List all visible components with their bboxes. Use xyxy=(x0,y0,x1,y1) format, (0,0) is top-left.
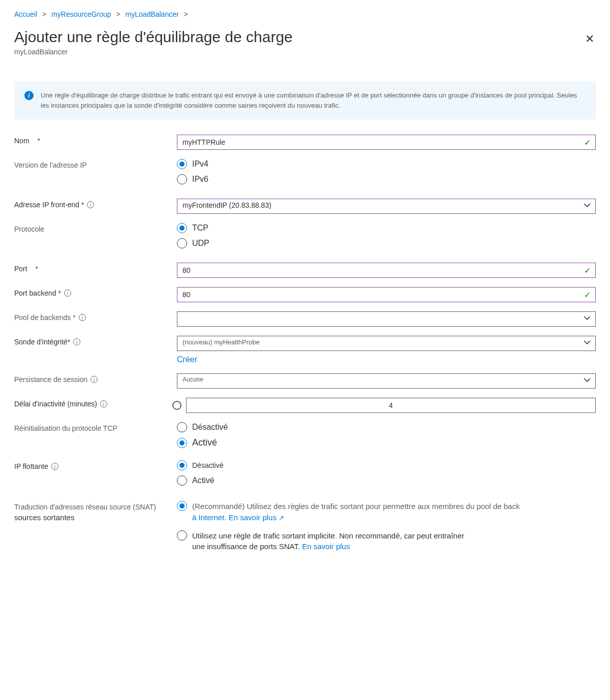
slider-thumb[interactable] xyxy=(172,401,181,410)
backend-port-input[interactable] xyxy=(177,287,596,302)
required-icon: * xyxy=(36,265,38,273)
radio-icon xyxy=(177,174,187,184)
radio-label: UDP xyxy=(192,239,209,248)
radio-label: TCP xyxy=(192,224,208,233)
snat-learn-more-link[interactable]: En savoir plus xyxy=(302,542,350,551)
info-tooltip-icon[interactable]: i xyxy=(87,201,94,208)
radio-ipv6[interactable]: IPv6 xyxy=(177,174,596,184)
radio-snat-implicit[interactable]: Utilisez une règle de trafic sortant imp… xyxy=(177,530,596,553)
backend-pool-select[interactable] xyxy=(177,311,596,327)
radio-ipv4[interactable]: IPv4 xyxy=(177,159,596,169)
breadcrumb-resource-group[interactable]: myResourceGroup xyxy=(51,10,111,18)
page-title: Ajouter une règle d'équilibrage de charg… xyxy=(14,28,293,46)
session-persistence-select[interactable]: Aucune xyxy=(177,373,596,389)
label-name: Nom * xyxy=(14,135,177,145)
breadcrumb-sep-icon: > xyxy=(184,10,188,18)
create-probe-link[interactable]: Créer xyxy=(177,355,197,364)
snat-learn-more-link[interactable]: à Internet. En savoir plus xyxy=(192,513,277,522)
name-input[interactable] xyxy=(177,135,596,150)
radio-label: Désactivé xyxy=(192,461,223,469)
info-tooltip-icon[interactable]: i xyxy=(73,338,80,345)
info-tooltip-icon[interactable]: i xyxy=(64,290,71,297)
health-probe-select[interactable]: (nouveau) myHealthProbe xyxy=(177,336,596,351)
radio-tcp-reset-disabled[interactable]: Désactivé xyxy=(177,422,596,432)
label-backend-port: Port backend * i xyxy=(14,287,177,297)
info-banner: i Une règle d'équilibrage de charge dist… xyxy=(14,81,596,119)
page-subtitle: myLoadBalancer xyxy=(14,48,293,56)
port-input[interactable] xyxy=(177,263,596,278)
check-icon: ✓ xyxy=(584,138,591,147)
radio-icon xyxy=(177,530,187,540)
check-icon: ✓ xyxy=(584,290,591,300)
radio-icon xyxy=(177,438,187,448)
info-icon: i xyxy=(24,91,34,100)
info-tooltip-icon[interactable]: i xyxy=(79,314,86,321)
snat-text: (Recommandé) Utilisez des règles de traf… xyxy=(192,502,520,511)
radio-label: Activé xyxy=(192,476,215,485)
radio-label: IPv6 xyxy=(192,175,208,184)
radio-udp[interactable]: UDP xyxy=(177,238,596,248)
close-button[interactable]: ✕ xyxy=(584,33,596,46)
label-idle-timeout: Délai d'inactivité (minutes) i xyxy=(14,398,177,408)
label-floating-ip: IP flottante i xyxy=(14,460,177,470)
radio-icon xyxy=(177,159,187,169)
label-port: Port * xyxy=(14,263,177,273)
check-icon: ✓ xyxy=(584,266,591,275)
radio-icon xyxy=(177,475,187,486)
radio-tcp-reset-enabled[interactable]: Activé xyxy=(177,437,596,448)
radio-floating-enabled[interactable]: Activé xyxy=(177,475,596,486)
label-frontend-ip: Adresse IP front-end * i xyxy=(14,199,177,209)
required-icon: * xyxy=(37,137,40,145)
radio-icon xyxy=(177,223,187,233)
breadcrumb: Accueil > myResourceGroup > myLoadBalanc… xyxy=(14,10,596,18)
breadcrumb-home[interactable]: Accueil xyxy=(14,10,37,18)
radio-label: Désactivé xyxy=(192,423,228,432)
idle-timeout-input[interactable] xyxy=(186,398,596,413)
label-session-persistence: Persistance de session i xyxy=(14,373,177,384)
snat-text: Utilisez une règle de trafic sortant imp… xyxy=(192,531,464,540)
radio-icon xyxy=(177,460,187,470)
frontend-ip-select[interactable]: myFrontendIP (20.83.88.83) xyxy=(177,199,596,214)
external-link-icon: ↗ xyxy=(279,514,284,522)
radio-label: Activé xyxy=(192,437,217,448)
breadcrumb-sep-icon: > xyxy=(42,10,46,18)
radio-icon xyxy=(177,501,187,511)
radio-tcp[interactable]: TCP xyxy=(177,223,596,233)
snat-text: une insuffisance de ports SNAT. En savoi… xyxy=(192,542,350,551)
radio-icon xyxy=(177,422,187,432)
label-snat: Traduction d'adresses réseau source (SNA… xyxy=(14,501,177,522)
close-icon: ✕ xyxy=(585,33,594,45)
info-tooltip-icon[interactable]: i xyxy=(100,400,107,407)
radio-icon xyxy=(177,238,187,248)
label-protocol: Protocole xyxy=(14,223,177,233)
label-ip-version: Version de l'adresse IP xyxy=(14,159,177,169)
info-tooltip-icon[interactable]: i xyxy=(51,463,58,470)
breadcrumb-load-balancer[interactable]: myLoadBalancer xyxy=(126,10,179,18)
radio-label: IPv4 xyxy=(192,160,208,169)
radio-snat-recommended[interactable]: (Recommandé) Utilisez des règles de traf… xyxy=(177,501,596,523)
breadcrumb-sep-icon: > xyxy=(116,10,120,18)
label-backend-pool: Pool de backends * i xyxy=(14,311,177,322)
radio-floating-disabled[interactable]: Désactivé xyxy=(177,460,596,470)
info-tooltip-icon[interactable]: i xyxy=(90,376,98,383)
label-tcp-reset: Réinitialisation du protocole TCP xyxy=(14,422,177,432)
info-text: Une règle d'équilibrage de charge distri… xyxy=(41,90,586,110)
label-health-probe: Sonde d'intégrité* i xyxy=(14,336,177,346)
